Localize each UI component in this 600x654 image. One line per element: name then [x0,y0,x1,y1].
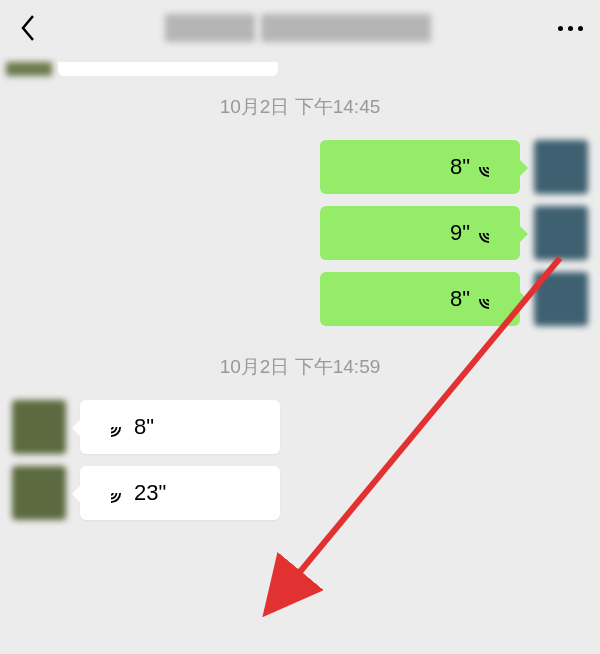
avatar-other[interactable] [12,400,66,454]
voice-duration: 23" [134,480,166,506]
message-row: 8" [0,266,600,332]
chat-title [46,14,550,42]
timestamp: 10月2日 下午14:59 [0,350,600,384]
more-button[interactable] [550,10,590,46]
voice-message-in[interactable]: 23" [80,466,280,520]
voice-message-out[interactable]: 8" [320,140,520,194]
timestamp: 10月2日 下午14:45 [0,90,600,124]
voice-play-icon [478,288,500,310]
voice-message-in[interactable]: 8" [80,400,280,454]
timestamp-text: 10月2日 下午14:59 [210,350,391,384]
clipped-previous-message [6,62,278,76]
message-row: 8" [0,134,600,200]
voice-duration: 8" [450,286,470,312]
voice-message-out[interactable]: 8" [320,272,520,326]
avatar-self[interactable] [534,140,588,194]
voice-duration: 8" [134,414,154,440]
chevron-left-icon [19,14,37,42]
avatar-self[interactable] [534,206,588,260]
message-row: 23" [0,460,600,526]
message-row: 8" [0,394,600,460]
timestamp-text: 10月2日 下午14:45 [210,90,391,124]
avatar-other[interactable] [12,466,66,520]
voice-play-icon [100,482,122,504]
voice-play-icon [478,222,500,244]
voice-message-out[interactable]: 9" [320,206,520,260]
voice-duration: 9" [450,220,470,246]
voice-play-icon [100,416,122,438]
chat-header [0,0,600,56]
back-button[interactable] [10,10,46,46]
avatar-self[interactable] [534,272,588,326]
voice-duration: 8" [450,154,470,180]
message-row: 9" [0,200,600,266]
voice-play-icon [478,156,500,178]
